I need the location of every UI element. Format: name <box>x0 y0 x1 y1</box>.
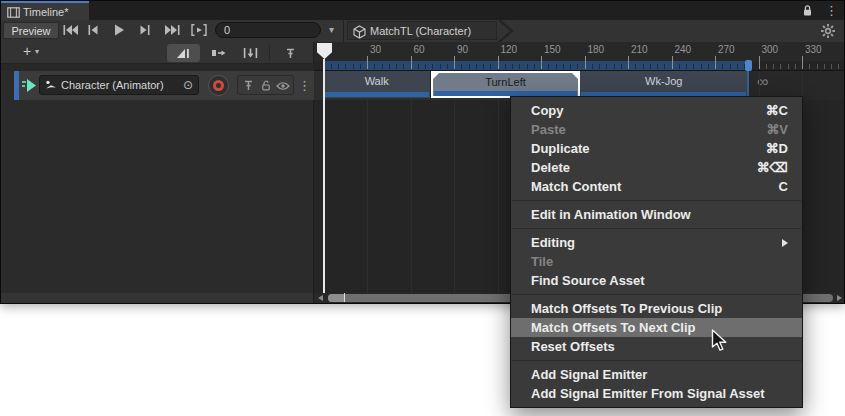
playhead-line <box>323 59 325 293</box>
menu-item-label: Delete <box>531 160 745 175</box>
ruler-tick-label: 240 <box>675 44 692 55</box>
clip-wk-jog[interactable]: Wk-Jog <box>580 71 748 98</box>
menu-item-match-content[interactable]: Match ContentC <box>511 177 802 196</box>
ruler-tick <box>331 64 332 69</box>
menu-item-label: Tile <box>531 254 788 269</box>
ruler-tick <box>817 64 818 69</box>
ruler-tick-label: 150 <box>544 44 561 55</box>
ruler-tick-label: 120 <box>501 44 518 55</box>
context-menu-items: Copy⌘CPaste⌘VDuplicate⌘DDelete⌘⌫Match Co… <box>511 101 802 403</box>
duration-end-marker[interactable] <box>745 60 752 71</box>
clip-label: Wk-Jog <box>580 75 747 87</box>
ruler-tick <box>490 64 491 69</box>
menu-item-edit-in-animation-window[interactable]: Edit in Animation Window <box>511 205 802 224</box>
menu-item-add-signal-emitter[interactable]: Add Signal Emitter <box>511 365 802 384</box>
menu-item-shortcut: ⌘D <box>766 141 788 156</box>
ruler-tick <box>411 56 412 69</box>
ruler-tick <box>766 64 767 69</box>
ruler-tick <box>759 56 760 69</box>
clip-turnleft[interactable]: TurnLeft <box>431 71 580 98</box>
menu-item-copy[interactable]: Copy⌘C <box>511 101 802 120</box>
menu-item-match-offsets-to-previous-clip[interactable]: Match Offsets To Previous Clip <box>511 299 802 318</box>
ruler-tick <box>447 64 448 69</box>
ruler-tick-label: 300 <box>762 44 779 55</box>
menu-item-label: Add Signal Emitter <box>531 367 788 382</box>
ruler-tick <box>614 64 615 69</box>
ruler-tick <box>505 64 506 69</box>
ruler-tick <box>708 64 709 69</box>
ruler-tick <box>527 64 528 69</box>
clip-label: TurnLeft <box>433 76 578 88</box>
menu-item-shortcut: ⌘V <box>766 122 788 137</box>
menu-separator <box>512 228 801 229</box>
ruler-tick-label: 270 <box>718 44 735 55</box>
scrollbar-thumb-highlight <box>328 294 345 302</box>
clip-walk[interactable]: Walk <box>324 71 431 98</box>
left-panel-footer <box>1 293 314 303</box>
ruler-tick <box>635 64 636 69</box>
ruler-tick <box>737 64 738 69</box>
mouse-cursor-icon <box>711 329 728 353</box>
menu-item-delete[interactable]: Delete⌘⌫ <box>511 158 802 177</box>
grid-line <box>498 71 499 293</box>
ruler-tick <box>693 64 694 69</box>
ruler-ticks-layer: 0306090120150180210240270300330 <box>1 1 844 71</box>
ruler-tick <box>686 64 687 69</box>
ruler-tick <box>838 64 839 69</box>
ruler-tick <box>621 64 622 69</box>
ruler-tick <box>585 56 586 69</box>
context-menu: Copy⌘CPaste⌘VDuplicate⌘DDelete⌘⌫Match Co… <box>510 96 803 408</box>
menu-item-reset-offsets[interactable]: Reset Offsets <box>511 337 802 356</box>
menu-item-label: Add Signal Emitter From Signal Asset <box>531 386 788 401</box>
ruler-tick <box>396 64 397 69</box>
menu-separator <box>512 360 801 361</box>
menu-item-shortcut: ⌘⌫ <box>757 160 788 175</box>
ruler-tick <box>809 64 810 69</box>
menu-item-find-source-asset[interactable]: Find Source Asset <box>511 271 802 290</box>
menu-item-duplicate[interactable]: Duplicate⌘D <box>511 139 802 158</box>
ruler-tick <box>345 64 346 69</box>
ruler-tick <box>469 64 470 69</box>
scrollbar-left-arrow-icon[interactable] <box>318 295 323 301</box>
ruler-tick <box>541 56 542 69</box>
ruler-tick <box>570 64 571 69</box>
menu-item-match-offsets-to-next-clip[interactable]: Match Offsets To Next Clip <box>511 318 802 337</box>
ruler-tick <box>498 56 499 69</box>
menu-item-add-signal-emitter-from-signal-asset[interactable]: Add Signal Emitter From Signal Asset <box>511 384 802 403</box>
scrollbar-tick <box>344 293 345 302</box>
ruler-tick <box>483 64 484 69</box>
menu-item-editing[interactable]: Editing <box>511 233 802 252</box>
menu-item-label: Duplicate <box>531 141 754 156</box>
ruler-tick <box>403 64 404 69</box>
clip-ease-handle[interactable] <box>433 73 439 79</box>
ruler-tick <box>440 64 441 69</box>
menu-item-label: Match Content <box>531 179 767 194</box>
menu-separator <box>512 294 801 295</box>
menu-item-paste: Paste⌘V <box>511 120 802 139</box>
ruler-tick <box>701 64 702 69</box>
ruler-tick <box>831 64 832 69</box>
ruler-tick-label: 330 <box>805 44 822 55</box>
ruler-tick <box>628 56 629 69</box>
ruler-tick-label: 180 <box>588 44 605 55</box>
ruler-tick <box>548 64 549 69</box>
menu-item-label: Copy <box>531 103 754 118</box>
ruler-tick <box>425 64 426 69</box>
ruler-tick <box>650 64 651 69</box>
ruler-tick <box>788 64 789 69</box>
ruler-tick <box>563 64 564 69</box>
ruler-tick <box>824 64 825 69</box>
ruler-tick <box>367 56 368 69</box>
ruler-tick <box>657 64 658 69</box>
ruler-tick-label: 60 <box>414 44 425 55</box>
ruler-tick <box>432 64 433 69</box>
clip-ease-handle[interactable] <box>572 73 578 79</box>
screen: Timeline* ⋮ Preview <box>0 0 845 416</box>
ruler-tick <box>556 64 557 69</box>
submenu-arrow-icon <box>782 239 788 247</box>
ruler-tick <box>418 64 419 69</box>
ruler-tick <box>664 64 665 69</box>
ruler-tick <box>715 56 716 69</box>
scrollbar-right-arrow-icon[interactable] <box>837 295 842 301</box>
ruler-tick <box>512 64 513 69</box>
